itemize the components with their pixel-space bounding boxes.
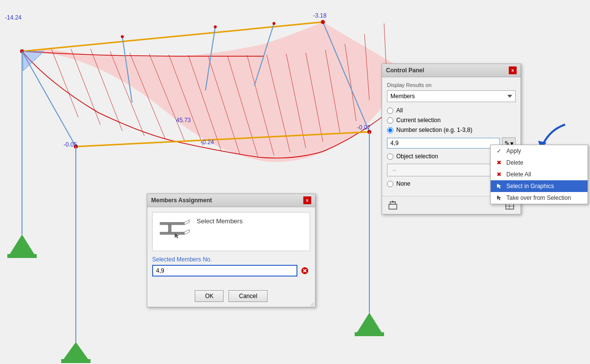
dialog-header: Members Assignment ×: [147, 194, 315, 207]
svg-point-53: [392, 201, 394, 203]
check-icon: ✓: [496, 148, 502, 154]
svg-line-65: [184, 232, 189, 235]
svg-point-32: [272, 22, 275, 25]
menu-item-select-graphics-label: Select in Graphics: [506, 183, 554, 190]
radio-current-input[interactable]: [387, 117, 393, 124]
svg-text:-0.07: -0.07: [357, 124, 371, 131]
x-red-all-icon: ✖: [496, 171, 502, 178]
radio-object-label: Object selection: [396, 153, 438, 160]
cancel-button[interactable]: Cancel: [228, 290, 267, 302]
menu-item-apply-label: Apply: [506, 148, 521, 154]
dialog-close-button[interactable]: ×: [303, 196, 311, 204]
resize-handle[interactable]: [309, 301, 314, 306]
panel-header: Control Panel ×: [382, 64, 521, 77]
svg-line-63: [184, 222, 189, 225]
menu-item-select-graphics[interactable]: Select in Graphics: [491, 180, 588, 192]
svg-point-31: [214, 25, 217, 28]
svg-rect-61: [168, 225, 171, 232]
svg-rect-34: [7, 254, 37, 258]
menu-item-delete-all-label: Delete All: [506, 171, 531, 178]
radio-group: All Current selection Number selection (…: [387, 107, 516, 133]
select-members-label: Select Members: [197, 217, 243, 225]
ok-button[interactable]: OK: [195, 290, 224, 302]
selected-input-row: [152, 265, 310, 277]
radio-all-label: All: [396, 107, 403, 114]
svg-line-64: [184, 230, 189, 232]
context-menu: ✓ Apply ✖ Delete ✖ Delete All Select in …: [490, 145, 588, 204]
svg-line-71: [310, 302, 314, 306]
resize-icon: [309, 301, 314, 306]
svg-line-62: [184, 220, 189, 222]
selected-members-section: Selected Members No.: [152, 256, 310, 277]
svg-text:-3.18: -3.18: [313, 12, 327, 19]
svg-line-72: [312, 304, 314, 306]
panel-title: Control Panel: [386, 67, 424, 74]
svg-rect-49: [389, 204, 397, 209]
radio-none-label: None: [396, 180, 410, 187]
dialog-footer: OK Cancel: [147, 286, 315, 307]
x-red-icon: ✖: [496, 159, 502, 166]
members-assignment-dialog: Members Assignment ×: [147, 193, 316, 307]
dialog-title: Members Assignment: [151, 197, 212, 204]
radio-number-label: Number selection (e.g. 1-3,8): [396, 127, 472, 133]
svg-point-27: [321, 20, 325, 24]
svg-text:45.73: 45.73: [176, 117, 191, 124]
radio-number-input[interactable]: [387, 127, 393, 133]
dialog-body: Select Members Selected Members No.: [147, 207, 315, 286]
beam-icon: [158, 217, 192, 239]
number-selection-input[interactable]: [387, 138, 500, 149]
svg-rect-59: [160, 222, 184, 225]
menu-item-take-over[interactable]: Take over from Selection: [491, 192, 588, 204]
selected-members-no-label: Selected Members No.: [152, 256, 310, 263]
menu-item-delete[interactable]: ✖ Delete: [491, 157, 588, 169]
scale-icon: [388, 200, 398, 210]
clear-icon: [301, 267, 309, 275]
svg-text:-0.05: -0.05: [64, 141, 77, 148]
radio-current[interactable]: Current selection: [387, 117, 516, 124]
svg-point-30: [121, 35, 124, 38]
svg-rect-36: [355, 332, 384, 336]
svg-text:-0.24: -0.24: [201, 139, 214, 146]
svg-rect-38: [61, 359, 91, 363]
scale-button[interactable]: [387, 199, 399, 211]
radio-current-label: Current selection: [396, 117, 441, 124]
cursor-select-icon: [496, 183, 502, 190]
radio-all[interactable]: All: [387, 107, 516, 114]
display-results-dropdown[interactable]: Members Surfaces Solids: [387, 90, 516, 102]
panel-close-button[interactable]: ×: [509, 66, 517, 74]
svg-text:-14.24: -14.24: [5, 14, 22, 21]
clear-input-button[interactable]: [299, 265, 310, 276]
svg-rect-60: [160, 232, 184, 235]
radio-object-input[interactable]: [387, 153, 393, 160]
radio-all-input[interactable]: [387, 107, 393, 114]
cursor-takeover-icon: [496, 194, 502, 201]
select-members-box: Select Members: [152, 212, 310, 251]
menu-item-take-over-label: Take over from Selection: [506, 194, 571, 201]
menu-item-delete-all[interactable]: ✖ Delete All: [491, 169, 588, 180]
menu-item-delete-label: Delete: [506, 159, 523, 166]
radio-none-input[interactable]: [387, 181, 393, 187]
menu-item-apply[interactable]: ✓ Apply: [491, 145, 588, 157]
selected-members-input[interactable]: [152, 265, 297, 277]
display-results-label: Display Results on: [387, 82, 516, 88]
radio-number[interactable]: Number selection (e.g. 1-3,8): [387, 127, 516, 133]
